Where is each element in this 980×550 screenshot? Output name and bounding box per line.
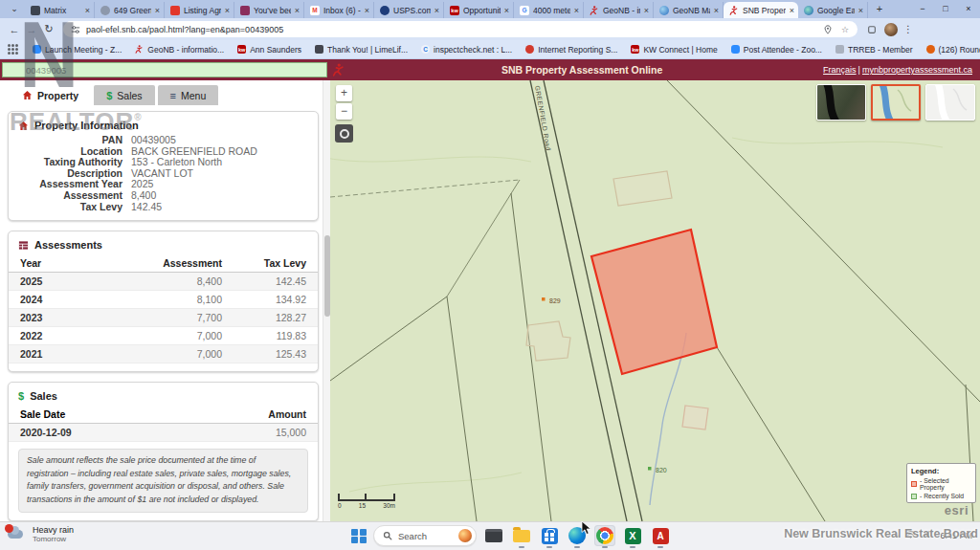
taskbar-search[interactable]: Search — [373, 525, 477, 546]
table-row: 2023 7,700 128.27 — [9, 309, 318, 327]
tab-property[interactable]: Property — [10, 85, 91, 105]
sales-card: $ Sales Sale Date Amount 2020-12-09 15,0… — [8, 382, 319, 521]
bookmark-star-icon[interactable]: ☆ — [840, 25, 850, 34]
tab-close-icon[interactable]: × — [295, 6, 300, 15]
zoom-out-button[interactable]: − — [336, 103, 352, 120]
browser-tab-geonb-map[interactable]: GeoNB Map... × — [654, 2, 724, 18]
refresh-button[interactable]: ↻ — [40, 23, 57, 35]
mynb-link[interactable]: mynbpropertyassessment.ca — [862, 65, 972, 75]
basemap-satellite[interactable] — [816, 84, 866, 121]
start-button[interactable] — [350, 528, 367, 544]
tab-label: GeoNB - inf... — [603, 6, 640, 15]
tab-close-icon[interactable]: × — [155, 6, 160, 15]
geonb-runner-icon — [135, 45, 144, 54]
maximize-button[interactable]: □ — [934, 0, 957, 18]
browser-tab-greenfield[interactable]: 649 Greenf... × — [95, 2, 165, 18]
property-info-title: Property Information — [34, 120, 139, 131]
tray-expand-icon[interactable]: ∧ — [894, 530, 900, 539]
zoom-in-button[interactable]: + — [336, 85, 352, 101]
taskbar-clock[interactable]: 6:41 PM — [940, 526, 972, 541]
bookmark-geonb[interactable]: GeoNB - informatio... — [128, 45, 231, 55]
acrobat-icon: A — [653, 528, 669, 544]
profile-avatar[interactable] — [884, 23, 898, 36]
tab-favicon — [240, 6, 250, 15]
locate-button[interactable] — [335, 124, 353, 143]
panel-scrollbar[interactable] — [323, 80, 330, 521]
tab-close-icon[interactable]: × — [574, 6, 579, 15]
new-tab-button[interactable]: + — [872, 2, 887, 17]
address-bar[interactable]: paol-efel.snb.ca/paol.html?lang=en&pan=0… — [63, 21, 858, 37]
sales-title: Sales — [30, 390, 57, 402]
field-value: VACANT LOT — [131, 168, 318, 180]
wifi-icon[interactable] — [905, 529, 916, 539]
bookmark-roundcube-126[interactable]: (126) Roundcube W... — [920, 45, 980, 55]
civic-marker-820 — [648, 467, 652, 471]
bookmark-limelight[interactable]: Thank You! | LimeLif... — [308, 45, 414, 55]
bookmark-inspectcheck[interactable]: C inspectcheck.net : L... — [414, 45, 519, 55]
browser-tab-snb-property-active[interactable]: SNB Propert... × — [724, 2, 798, 18]
minimize-button[interactable]: − — [911, 0, 934, 18]
legend-label: - Selected Property — [920, 477, 971, 491]
weather-widget[interactable]: Heavy rain Tomorrow — [8, 525, 74, 543]
bookmark-trreb[interactable]: TRREB - Member — [829, 45, 920, 55]
cell-assessment: 7,000 — [87, 348, 222, 360]
notification-badge — [5, 524, 13, 533]
tab-close-icon[interactable]: × — [85, 6, 90, 15]
browser-tab-geonb-info[interactable]: GeoNB - inf... × — [584, 2, 654, 18]
basemap-topo-selected[interactable] — [871, 84, 921, 121]
taskbar-app-acrobat[interactable]: A — [650, 525, 671, 546]
browser-tab-inbox[interactable]: M Inbox (6) - ... × — [304, 2, 374, 18]
bookmark-ann-saunders[interactable]: kw Ann Saunders — [231, 45, 308, 55]
url-text[interactable]: paol-efel.snb.ca/paol.html?lang=en&pan=0… — [86, 25, 817, 34]
browser-tab-4000-meters[interactable]: G 4000 meters... × — [514, 2, 584, 18]
browser-tab-matrix[interactable]: Matrix × — [25, 2, 95, 18]
browser-menu-icon[interactable]: ⋮ — [903, 24, 913, 34]
field-value: 2025 — [131, 179, 318, 190]
back-button[interactable]: ← — [6, 24, 23, 35]
tab-close-icon[interactable]: × — [434, 6, 439, 15]
tab-search-icon[interactable]: ⌄ — [6, 2, 23, 17]
browser-tab-listing-pdf[interactable]: Listing Agre... × — [165, 2, 234, 18]
pan-search-input[interactable] — [2, 62, 327, 77]
francais-link[interactable]: Français — [823, 65, 857, 75]
browser-tab-youve-been[interactable]: You've been... × — [234, 2, 304, 18]
cell-year: 2021 — [20, 348, 87, 360]
taskbar-app-store[interactable] — [539, 525, 560, 546]
tab-close-icon[interactable]: × — [225, 6, 230, 15]
civic-marker-829 — [542, 297, 546, 301]
field-label: Assessment — [9, 190, 131, 202]
apps-grid-icon[interactable] — [8, 44, 18, 55]
tab-close-icon[interactable]: × — [365, 6, 369, 15]
browser-tab-opportunities[interactable]: kw Opportuniti... × — [444, 2, 514, 18]
close-button[interactable]: × — [957, 0, 980, 18]
taskbar-app-taskview[interactable] — [483, 525, 504, 546]
taskbar-app-explorer[interactable] — [511, 525, 532, 546]
forward-button[interactable]: → — [23, 24, 40, 35]
window-controls: − □ × — [911, 0, 980, 18]
location-icon[interactable] — [823, 25, 833, 34]
volume-icon[interactable] — [923, 529, 933, 539]
taskbar-app-chrome[interactable] — [594, 525, 615, 546]
tab-close-icon[interactable]: × — [714, 6, 719, 15]
bookmark-internet-reporting[interactable]: Internet Reporting S... — [519, 45, 624, 55]
tab-menu[interactable]: ≡ Menu — [158, 85, 219, 105]
basemap-light[interactable] — [925, 84, 975, 121]
browser-tab-google-earth[interactable]: Google Eart... × — [798, 2, 868, 18]
tab-close-icon[interactable]: × — [504, 6, 509, 15]
taskbar-app-excel[interactable]: X — [622, 525, 643, 546]
tab-close-icon[interactable]: × — [790, 6, 794, 15]
geonb-runner-icon — [590, 6, 599, 15]
bookmark-label: Post Attendee - Zoo... — [744, 45, 822, 55]
tab-sales[interactable]: $ Sales — [94, 85, 154, 105]
extensions-icon[interactable] — [867, 25, 877, 34]
recently-sold-swatch — [911, 494, 917, 499]
map-canvas[interactable]: 829 820 GREENFIELD Road + − Legend: — [330, 80, 980, 521]
search-icon — [383, 531, 392, 540]
tab-close-icon[interactable]: × — [858, 6, 863, 15]
bookmark-kw-connect[interactable]: kw KW Connect | Home — [624, 45, 724, 55]
bookmark-post-attendee[interactable]: Post Attendee - Zoo... — [724, 45, 829, 55]
site-info-icon[interactable] — [71, 25, 80, 34]
browser-tab-usps[interactable]: USPS.com®... × — [374, 2, 444, 18]
bookmark-launch-meeting[interactable]: Launch Meeting - Z... — [26, 45, 128, 55]
tab-close-icon[interactable]: × — [644, 6, 649, 15]
